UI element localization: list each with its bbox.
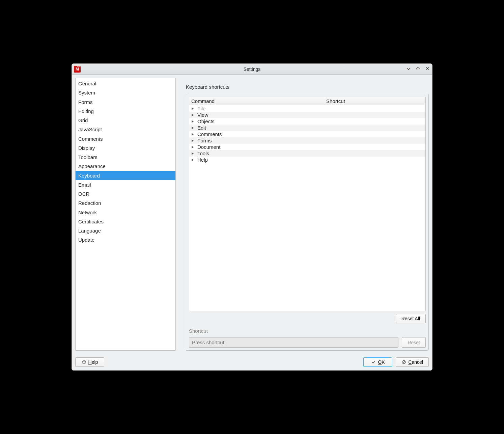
tree-row-view[interactable]: View	[189, 112, 425, 118]
cancel-icon	[401, 360, 406, 364]
tree-row-label: File	[197, 106, 205, 111]
section-label: Keyboard shortcuts	[186, 84, 429, 90]
sidebar-item-general[interactable]: General	[76, 79, 175, 88]
expand-arrow-icon[interactable]	[191, 113, 195, 117]
settings-sidebar[interactable]: GeneralSystemFormsEditingGridJavaScriptC…	[75, 78, 176, 351]
tree-row-forms[interactable]: Forms	[189, 137, 425, 144]
cancel-button-label: Cancel	[408, 359, 423, 365]
tree-row-comments[interactable]: Comments	[189, 131, 425, 137]
reset-button[interactable]: Reset	[402, 337, 426, 348]
ok-button[interactable]: OK	[363, 357, 392, 367]
tree-row-label: Edit	[197, 125, 206, 131]
sidebar-item-language[interactable]: Language	[76, 226, 175, 235]
sidebar-item-keyboard[interactable]: Keyboard	[76, 171, 175, 180]
window-controls	[406, 66, 430, 72]
shortcut-label: Shortcut	[189, 328, 426, 334]
sidebar-item-comments[interactable]: Comments	[76, 134, 175, 143]
shortcuts-groupbox: Command Shortcut FileViewObjectsEditComm…	[186, 94, 429, 351]
column-command[interactable]: Command	[189, 98, 324, 105]
tree-row-label: Objects	[197, 118, 215, 124]
reset-all-button[interactable]: Reset All	[396, 314, 426, 323]
dialog-footer: Help OK Cancel	[72, 354, 432, 370]
expand-arrow-icon[interactable]	[191, 145, 195, 149]
sidebar-item-network[interactable]: Network	[76, 208, 175, 217]
tree-row-label: View	[197, 112, 208, 118]
shortcut-section: Shortcut Reset	[189, 328, 426, 348]
tree-row-label: Comments	[197, 131, 222, 137]
sidebar-item-grid[interactable]: Grid	[76, 116, 175, 125]
expand-arrow-icon[interactable]	[191, 152, 195, 156]
sidebar-item-email[interactable]: Email	[76, 180, 175, 189]
table-body: FileViewObjectsEditCommentsFormsDocument…	[189, 105, 425, 311]
cancel-button[interactable]: Cancel	[396, 357, 429, 367]
content-area: GeneralSystemFormsEditingGridJavaScriptC…	[72, 75, 432, 354]
expand-arrow-icon[interactable]	[191, 132, 195, 136]
tree-row-document[interactable]: Document	[189, 144, 425, 150]
sidebar-item-update[interactable]: Update	[76, 235, 175, 244]
app-icon	[74, 66, 81, 73]
sidebar-item-javascript[interactable]: JavaScript	[76, 125, 175, 134]
sidebar-item-certificates[interactable]: Certificates	[76, 217, 175, 226]
sidebar-item-toolbars[interactable]: Toolbars	[76, 153, 175, 162]
sidebar-item-ocr[interactable]: OCR	[76, 189, 175, 198]
tree-row-tools[interactable]: Tools	[189, 150, 425, 157]
table-header: Command Shortcut	[189, 97, 425, 105]
close-button[interactable]	[425, 66, 430, 72]
sidebar-item-display[interactable]: Display	[76, 143, 175, 153]
shortcut-row: Reset	[189, 337, 426, 348]
tree-row-label: Document	[197, 144, 220, 150]
sidebar-item-editing[interactable]: Editing	[76, 107, 175, 116]
maximize-button[interactable]	[415, 66, 421, 72]
tree-row-label: Forms	[197, 138, 212, 143]
window-title: Settings	[244, 66, 261, 72]
expand-arrow-icon[interactable]	[191, 126, 195, 130]
shortcuts-table[interactable]: Command Shortcut FileViewObjectsEditComm…	[189, 97, 426, 311]
tree-row-label: Tools	[197, 151, 209, 156]
svg-point-0	[82, 360, 86, 364]
tree-row-file[interactable]: File	[189, 105, 425, 112]
check-icon	[371, 360, 376, 364]
column-shortcut[interactable]: Shortcut	[324, 98, 425, 105]
expand-arrow-icon[interactable]	[191, 139, 195, 143]
svg-line-3	[403, 361, 405, 363]
sidebar-item-forms[interactable]: Forms	[76, 98, 175, 107]
shortcut-input[interactable]	[189, 337, 398, 348]
tree-row-edit[interactable]: Edit	[189, 125, 425, 131]
ok-button-label: OK	[378, 359, 385, 365]
sidebar-item-system[interactable]: System	[76, 88, 175, 97]
tree-row-help[interactable]: Help	[189, 157, 425, 163]
expand-arrow-icon[interactable]	[191, 119, 195, 124]
tree-row-label: Help	[197, 157, 208, 163]
settings-window: Settings GeneralSystemFormsEditingGridJa…	[72, 63, 432, 371]
reset-all-row: Reset All	[189, 314, 426, 323]
svg-rect-1	[83, 361, 85, 363]
expand-arrow-icon[interactable]	[191, 107, 195, 111]
help-button[interactable]: Help	[75, 357, 104, 367]
minimize-button[interactable]	[406, 66, 411, 72]
sidebar-item-appearance[interactable]: Appearance	[76, 162, 175, 171]
expand-arrow-icon[interactable]	[191, 158, 195, 162]
help-button-label: Help	[88, 359, 98, 365]
tree-row-objects[interactable]: Objects	[189, 118, 425, 125]
titlebar: Settings	[72, 64, 432, 75]
help-icon	[82, 360, 86, 364]
main-panel: Keyboard shortcuts Command Shortcut File…	[186, 78, 429, 351]
sidebar-item-redaction[interactable]: Redaction	[76, 198, 175, 208]
